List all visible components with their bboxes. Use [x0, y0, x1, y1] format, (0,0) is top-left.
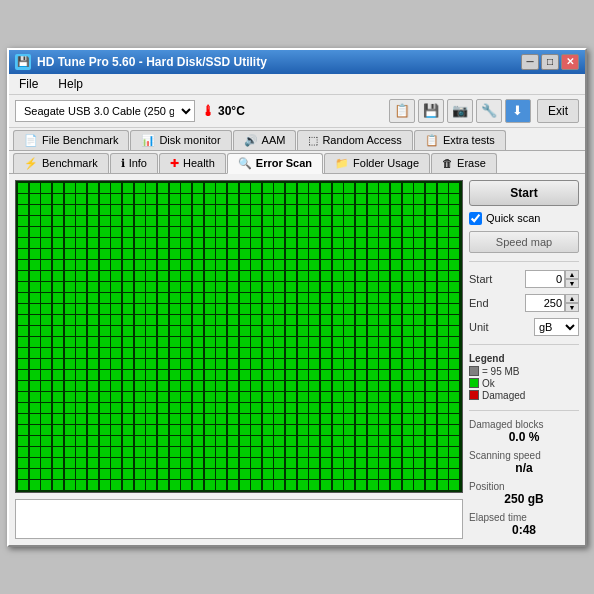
minimize-button[interactable]: ─ [521, 54, 539, 70]
grid-cell [333, 271, 343, 281]
file-benchmark-icon: 📄 [24, 134, 38, 147]
tab-random-access[interactable]: ⬚ Random Access [297, 130, 412, 150]
content-area: Start Quick scan Speed map Start ▲ ▼ En [9, 174, 585, 545]
grid-cell [30, 403, 40, 413]
grid-cell [111, 436, 121, 446]
grid-cell [449, 480, 459, 490]
tab-health[interactable]: ✚ Health [159, 153, 226, 173]
tab-info[interactable]: ℹ Info [110, 153, 158, 173]
grid-cell [263, 425, 273, 435]
grid-cell [263, 414, 273, 424]
grid-cell [111, 370, 121, 380]
grid-cell [240, 315, 250, 325]
grid-cell [228, 414, 238, 424]
toolbar-save-btn[interactable]: 💾 [418, 99, 444, 123]
start-button[interactable]: Start [469, 180, 579, 206]
grid-cell [251, 458, 261, 468]
speed-map-button[interactable]: Speed map [469, 231, 579, 253]
app-icon: 💾 [15, 54, 31, 70]
grid-cell [333, 194, 343, 204]
grid-cell [274, 348, 284, 358]
grid-cell [403, 205, 413, 215]
grid-cell [426, 480, 436, 490]
grid-cell [53, 348, 63, 358]
tab-disk-monitor[interactable]: 📊 Disk monitor [130, 130, 231, 150]
grid-cell [356, 238, 366, 248]
grid-cell [41, 337, 51, 347]
grid-cell [251, 249, 261, 259]
grid-cell [18, 458, 28, 468]
menu-help[interactable]: Help [54, 76, 87, 92]
grid-cell [391, 271, 401, 281]
grid-cell [228, 315, 238, 325]
tab-erase[interactable]: 🗑 Erase [431, 153, 497, 173]
grid-cell [298, 447, 308, 457]
grid-cell [274, 205, 284, 215]
grid-cell [333, 238, 343, 248]
grid-cell [88, 304, 98, 314]
grid-cell [309, 469, 319, 479]
grid-cell [53, 370, 63, 380]
grid-cell [251, 227, 261, 237]
grid-cell [449, 359, 459, 369]
grid-cell [100, 315, 110, 325]
start-input[interactable] [525, 270, 565, 288]
end-input[interactable] [525, 294, 565, 312]
toolbar-copy-btn[interactable]: 📋 [389, 99, 415, 123]
tab-info-label: Info [129, 157, 147, 169]
grid-cell [414, 469, 424, 479]
grid-cell [391, 436, 401, 446]
grid-cell [263, 348, 273, 358]
grid-cell [449, 425, 459, 435]
menu-file[interactable]: File [15, 76, 42, 92]
grid-cell [298, 249, 308, 259]
tab-file-benchmark[interactable]: 📄 File Benchmark [13, 130, 129, 150]
quick-scan-checkbox[interactable] [469, 212, 482, 225]
grid-cell [88, 249, 98, 259]
tab-aam[interactable]: 🔊 AAM [233, 130, 297, 150]
end-spin-down[interactable]: ▼ [565, 303, 579, 312]
unit-select[interactable]: gB MB LBA [534, 318, 579, 336]
grid-cell [263, 447, 273, 457]
start-spin-up[interactable]: ▲ [565, 270, 579, 279]
tab-benchmark[interactable]: ⚡ Benchmark [13, 153, 109, 173]
drive-select[interactable]: Seagate USB 3.0 Cable (250 gB) [15, 100, 195, 122]
grid-cell [205, 183, 215, 193]
close-button[interactable]: ✕ [561, 54, 579, 70]
legend-color-ok [469, 378, 479, 388]
grid-cell [41, 469, 51, 479]
grid-cell [321, 458, 331, 468]
grid-cell [228, 326, 238, 336]
grid-cell [88, 469, 98, 479]
divider-3 [469, 410, 579, 411]
grid-cell [76, 469, 86, 479]
tab-extra-tests[interactable]: 📋 Extra tests [414, 130, 506, 150]
toolbar-download-btn[interactable]: ⬇ [505, 99, 531, 123]
temperature-value: 30°C [218, 104, 245, 118]
end-spin-up[interactable]: ▲ [565, 294, 579, 303]
tab-error-scan[interactable]: 🔍 Error Scan [227, 153, 323, 174]
grid-cell [391, 315, 401, 325]
grid-cell [298, 436, 308, 446]
maximize-button[interactable]: □ [541, 54, 559, 70]
toolbar-camera-btn[interactable]: 📷 [447, 99, 473, 123]
grid-cell [368, 480, 378, 490]
grid-cell [76, 436, 86, 446]
grid-cell [228, 249, 238, 259]
grid-cell [321, 447, 331, 457]
grid-cell [449, 381, 459, 391]
exit-button[interactable]: Exit [537, 99, 579, 123]
grid-cell [216, 403, 226, 413]
grid-cell [356, 337, 366, 347]
grid-cell [123, 216, 133, 226]
grid-cell [368, 469, 378, 479]
grid-cell [65, 282, 75, 292]
start-spin-down[interactable]: ▼ [565, 279, 579, 288]
grid-cell [438, 282, 448, 292]
toolbar-settings-btn[interactable]: 🔧 [476, 99, 502, 123]
grid-cell [379, 304, 389, 314]
tab-folder-usage[interactable]: 📁 Folder Usage [324, 153, 430, 173]
grid-cell [181, 205, 191, 215]
grid-cell [426, 370, 436, 380]
right-panel: Start Quick scan Speed map Start ▲ ▼ En [469, 180, 579, 539]
